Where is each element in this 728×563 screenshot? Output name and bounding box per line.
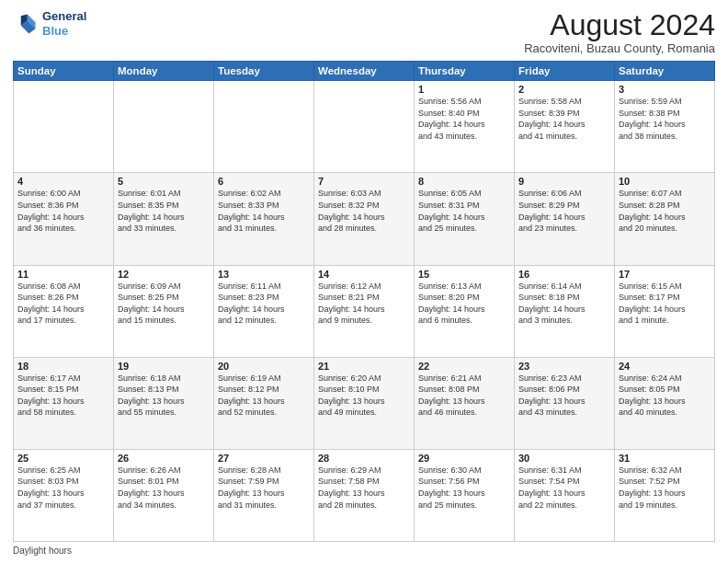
day-number: 10: [619, 176, 711, 187]
day-number: 22: [418, 361, 510, 372]
main-title: August 2024: [524, 9, 715, 41]
day-info: Sunrise: 6:03 AM Sunset: 8:32 PM Dayligh…: [318, 188, 410, 234]
col-header-thursday: Thursday: [415, 62, 515, 81]
calendar-cell: [14, 81, 114, 173]
logo-text: General Blue: [42, 9, 86, 38]
day-number: 31: [619, 453, 711, 464]
day-number: 12: [118, 269, 210, 280]
day-number: 28: [318, 453, 410, 464]
day-info: Sunrise: 6:08 AM Sunset: 8:26 PM Dayligh…: [17, 281, 109, 327]
day-number: 2: [518, 84, 610, 95]
day-number: 8: [418, 176, 510, 187]
calendar-cell: 10Sunrise: 6:07 AM Sunset: 8:28 PM Dayli…: [615, 173, 715, 265]
day-info: Sunrise: 6:07 AM Sunset: 8:28 PM Dayligh…: [619, 188, 711, 234]
day-info: Sunrise: 6:32 AM Sunset: 7:52 PM Dayligh…: [619, 465, 711, 511]
calendar-cell: 20Sunrise: 6:19 AM Sunset: 8:12 PM Dayli…: [214, 357, 314, 449]
day-number: 27: [218, 453, 310, 464]
calendar-cell: 7Sunrise: 6:03 AM Sunset: 8:32 PM Daylig…: [314, 173, 415, 265]
calendar-table: SundayMondayTuesdayWednesdayThursdayFrid…: [13, 61, 715, 542]
calendar-cell: 4Sunrise: 6:00 AM Sunset: 8:36 PM Daylig…: [14, 173, 114, 265]
day-info: Sunrise: 6:25 AM Sunset: 8:03 PM Dayligh…: [17, 465, 109, 511]
footer: Daylight hours: [13, 546, 715, 556]
calendar-cell: 25Sunrise: 6:25 AM Sunset: 8:03 PM Dayli…: [14, 449, 114, 541]
header: General Blue August 2024 Racoviteni, Buz…: [13, 9, 715, 55]
calendar-cell: 12Sunrise: 6:09 AM Sunset: 8:25 PM Dayli…: [114, 265, 214, 357]
calendar-cell: 24Sunrise: 6:24 AM Sunset: 8:05 PM Dayli…: [615, 357, 715, 449]
day-number: 30: [518, 453, 610, 464]
day-info: Sunrise: 6:02 AM Sunset: 8:33 PM Dayligh…: [218, 188, 310, 234]
col-header-wednesday: Wednesday: [314, 62, 415, 81]
day-info: Sunrise: 6:29 AM Sunset: 7:58 PM Dayligh…: [318, 465, 410, 511]
day-info: Sunrise: 5:58 AM Sunset: 8:39 PM Dayligh…: [518, 96, 610, 142]
day-info: Sunrise: 5:56 AM Sunset: 8:40 PM Dayligh…: [418, 96, 510, 142]
calendar-cell: 6Sunrise: 6:02 AM Sunset: 8:33 PM Daylig…: [214, 173, 314, 265]
day-number: 17: [619, 269, 711, 280]
day-number: 13: [218, 269, 310, 280]
calendar-cell: 28Sunrise: 6:29 AM Sunset: 7:58 PM Dayli…: [314, 449, 415, 541]
week-row-3: 11Sunrise: 6:08 AM Sunset: 8:26 PM Dayli…: [14, 265, 715, 357]
calendar-cell: 17Sunrise: 6:15 AM Sunset: 8:17 PM Dayli…: [615, 265, 715, 357]
calendar-cell: 14Sunrise: 6:12 AM Sunset: 8:21 PM Dayli…: [314, 265, 415, 357]
calendar-cell: 29Sunrise: 6:30 AM Sunset: 7:56 PM Dayli…: [415, 449, 515, 541]
day-number: 26: [118, 453, 210, 464]
calendar-cell: 19Sunrise: 6:18 AM Sunset: 8:13 PM Dayli…: [114, 357, 214, 449]
week-row-1: 1Sunrise: 5:56 AM Sunset: 8:40 PM Daylig…: [14, 81, 715, 173]
logo: General Blue: [13, 9, 86, 38]
footer-text: Daylight hours: [13, 546, 72, 556]
day-info: Sunrise: 5:59 AM Sunset: 8:38 PM Dayligh…: [619, 96, 711, 142]
calendar-cell: 9Sunrise: 6:06 AM Sunset: 8:29 PM Daylig…: [515, 173, 615, 265]
day-info: Sunrise: 6:00 AM Sunset: 8:36 PM Dayligh…: [17, 188, 109, 234]
title-block: August 2024 Racoviteni, Buzau County, Ro…: [524, 9, 715, 55]
calendar-cell: 22Sunrise: 6:21 AM Sunset: 8:08 PM Dayli…: [415, 357, 515, 449]
calendar-cell: 8Sunrise: 6:05 AM Sunset: 8:31 PM Daylig…: [415, 173, 515, 265]
calendar-cell: [214, 81, 314, 173]
day-info: Sunrise: 6:26 AM Sunset: 8:01 PM Dayligh…: [118, 465, 210, 511]
day-number: 29: [418, 453, 510, 464]
calendar-cell: [314, 81, 415, 173]
calendar-cell: 15Sunrise: 6:13 AM Sunset: 8:20 PM Dayli…: [415, 265, 515, 357]
col-header-friday: Friday: [515, 62, 615, 81]
day-info: Sunrise: 6:15 AM Sunset: 8:17 PM Dayligh…: [619, 281, 711, 327]
day-number: 1: [418, 84, 510, 95]
day-info: Sunrise: 6:05 AM Sunset: 8:31 PM Dayligh…: [418, 188, 510, 234]
subtitle: Racoviteni, Buzau County, Romania: [524, 41, 715, 55]
day-info: Sunrise: 6:09 AM Sunset: 8:25 PM Dayligh…: [118, 281, 210, 327]
day-number: 19: [118, 361, 210, 372]
day-number: 3: [619, 84, 711, 95]
calendar-cell: 23Sunrise: 6:23 AM Sunset: 8:06 PM Dayli…: [515, 357, 615, 449]
logo-line1: General: [42, 9, 86, 24]
day-info: Sunrise: 6:13 AM Sunset: 8:20 PM Dayligh…: [418, 281, 510, 327]
calendar-cell: 1Sunrise: 5:56 AM Sunset: 8:40 PM Daylig…: [415, 81, 515, 173]
day-info: Sunrise: 6:12 AM Sunset: 8:21 PM Dayligh…: [318, 281, 410, 327]
day-info: Sunrise: 6:23 AM Sunset: 8:06 PM Dayligh…: [518, 373, 610, 419]
week-row-2: 4Sunrise: 6:00 AM Sunset: 8:36 PM Daylig…: [14, 173, 715, 265]
day-info: Sunrise: 6:14 AM Sunset: 8:18 PM Dayligh…: [518, 281, 610, 327]
day-number: 16: [518, 269, 610, 280]
calendar-cell: 26Sunrise: 6:26 AM Sunset: 8:01 PM Dayli…: [114, 449, 214, 541]
day-info: Sunrise: 6:01 AM Sunset: 8:35 PM Dayligh…: [118, 188, 210, 234]
day-number: 23: [518, 361, 610, 372]
day-number: 7: [318, 176, 410, 187]
day-number: 20: [218, 361, 310, 372]
day-info: Sunrise: 6:11 AM Sunset: 8:23 PM Dayligh…: [218, 281, 310, 327]
logo-line2: Blue: [42, 24, 86, 39]
day-info: Sunrise: 6:20 AM Sunset: 8:10 PM Dayligh…: [318, 373, 410, 419]
day-number: 24: [619, 361, 711, 372]
col-header-monday: Monday: [114, 62, 214, 81]
calendar-cell: 31Sunrise: 6:32 AM Sunset: 7:52 PM Dayli…: [615, 449, 715, 541]
logo-icon: [13, 11, 39, 37]
day-number: 14: [318, 269, 410, 280]
page: General Blue August 2024 Racoviteni, Buz…: [0, 0, 728, 563]
week-row-4: 18Sunrise: 6:17 AM Sunset: 8:15 PM Dayli…: [14, 357, 715, 449]
calendar-cell: 11Sunrise: 6:08 AM Sunset: 8:26 PM Dayli…: [14, 265, 114, 357]
day-number: 25: [17, 453, 109, 464]
day-number: 6: [218, 176, 310, 187]
week-row-5: 25Sunrise: 6:25 AM Sunset: 8:03 PM Dayli…: [14, 449, 715, 541]
day-info: Sunrise: 6:19 AM Sunset: 8:12 PM Dayligh…: [218, 373, 310, 419]
day-number: 21: [318, 361, 410, 372]
day-info: Sunrise: 6:24 AM Sunset: 8:05 PM Dayligh…: [619, 373, 711, 419]
calendar-cell: [114, 81, 214, 173]
day-number: 9: [518, 176, 610, 187]
calendar-cell: 5Sunrise: 6:01 AM Sunset: 8:35 PM Daylig…: [114, 173, 214, 265]
calendar-cell: 30Sunrise: 6:31 AM Sunset: 7:54 PM Dayli…: [515, 449, 615, 541]
